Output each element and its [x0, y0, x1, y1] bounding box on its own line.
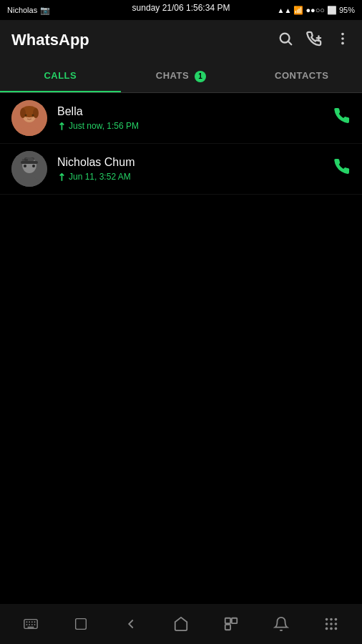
more-options-icon[interactable]: [335, 31, 351, 50]
svg-point-43: [326, 628, 328, 630]
outgoing-arrow-nicholas: ↗: [54, 170, 69, 184]
camera-icon: 📷: [40, 6, 50, 15]
svg-rect-35: [232, 618, 237, 623]
call-item-bella[interactable]: Bella ↗ Just now, 1:56 PM: [0, 93, 362, 144]
call-phone-bella[interactable]: [333, 107, 351, 129]
status-time: sunday 21/06 1:56:34 PM: [132, 3, 230, 13]
call-info-bella: Bella ↗ Just now, 1:56 PM: [57, 105, 333, 132]
svg-rect-18: [21, 161, 38, 164]
battery-icon: ⬜: [327, 6, 337, 15]
svg-point-14: [32, 114, 34, 117]
svg-point-13: [25, 114, 27, 117]
svg-point-5: [341, 37, 344, 40]
outgoing-arrow-bella: ↗: [54, 119, 69, 133]
avatar-bella: [11, 100, 47, 136]
call-list: Bella ↗ Just now, 1:56 PM: [0, 93, 362, 195]
keyboard-icon[interactable]: [15, 608, 47, 640]
user-name: Nicholas: [7, 6, 37, 14]
svg-rect-33: [76, 619, 87, 630]
svg-rect-36: [225, 625, 230, 630]
call-phone-nicholas[interactable]: [333, 158, 351, 180]
chats-badge: 1: [195, 71, 206, 82]
svg-point-44: [330, 628, 333, 630]
status-bar: Nicholas 📷 sunday 21/06 1:56:34 PM ▲▲ 📶 …: [0, 0, 362, 20]
app-title: WhatsApp: [11, 31, 89, 49]
avatar-nicholas: [11, 151, 47, 187]
call-name-nicholas: Nicholas Chum: [57, 156, 333, 169]
battery-level: 95%: [339, 6, 355, 14]
home-icon[interactable]: [165, 608, 197, 640]
svg-point-11: [20, 108, 26, 118]
status-right: ▲▲ 📶 ●●○○ ⬜ 95%: [278, 6, 355, 15]
bottom-nav: [0, 604, 362, 644]
notification-icon[interactable]: [265, 608, 297, 640]
call-name-bella: Bella: [57, 105, 333, 118]
tab-calls[interactable]: CALLS: [0, 60, 121, 92]
status-left: Nicholas 📷: [7, 6, 50, 15]
svg-point-6: [341, 42, 344, 44]
call-detail-bella: ↗ Just now, 1:56 PM: [57, 120, 333, 132]
signal-icon: ▲▲: [278, 6, 292, 14]
network-icon: ●●○○: [305, 6, 325, 14]
svg-point-45: [335, 628, 338, 630]
recents-icon[interactable]: [65, 608, 97, 640]
header-icons: [278, 31, 351, 50]
svg-point-12: [33, 108, 39, 118]
svg-point-38: [330, 618, 333, 621]
svg-line-1: [288, 42, 291, 44]
tab-contacts[interactable]: CONTACTS: [241, 60, 362, 92]
svg-point-4: [341, 32, 344, 35]
svg-point-41: [330, 623, 333, 625]
svg-point-42: [335, 623, 338, 625]
add-call-icon[interactable]: [306, 31, 322, 50]
svg-point-39: [335, 618, 338, 621]
app-header: WhatsApp: [0, 20, 362, 60]
svg-point-40: [326, 623, 328, 625]
wifi-icon: 📶: [293, 6, 303, 15]
svg-point-21: [32, 165, 35, 167]
svg-point-37: [326, 618, 328, 621]
apps-icon[interactable]: [315, 608, 347, 640]
call-item-nicholas[interactable]: Nicholas Chum ↗ Jun 11, 3:52 AM: [0, 144, 362, 195]
call-detail-nicholas: ↗ Jun 11, 3:52 AM: [57, 171, 333, 182]
call-info-nicholas: Nicholas Chum ↗ Jun 11, 3:52 AM: [57, 156, 333, 182]
svg-point-20: [24, 165, 26, 167]
tab-chats[interactable]: CHATS 1: [121, 60, 242, 92]
tabs: CALLS CHATS 1 CONTACTS: [0, 60, 362, 93]
svg-rect-22: [24, 157, 34, 161]
search-icon[interactable]: [278, 31, 293, 50]
back-icon[interactable]: [115, 608, 147, 640]
overview-icon[interactable]: [215, 608, 247, 640]
svg-rect-34: [225, 618, 230, 623]
